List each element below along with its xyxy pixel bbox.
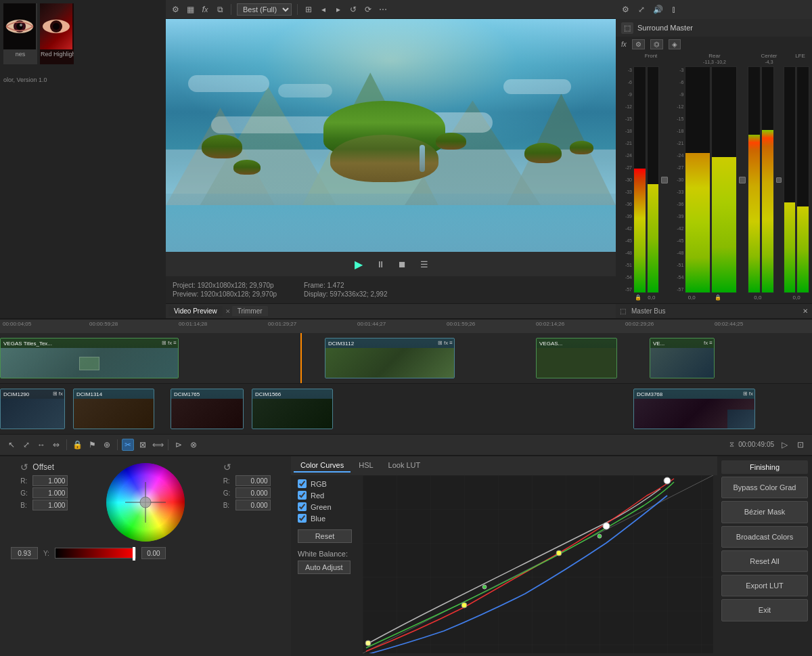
fx-row: fx ⚙ ⏣ ◈	[616, 37, 812, 51]
playhead[interactable]	[300, 333, 302, 383]
clip-dcim1566[interactable]: DCIM1566	[252, 389, 333, 429]
clip-dcim1290[interactable]: DCIM1290 ⊞ fx	[0, 389, 65, 429]
more-icon[interactable]: ⋯	[378, 4, 388, 15]
frame-label: Frame: 1.472	[304, 282, 387, 289]
pause-button[interactable]: ⏸	[374, 257, 388, 271]
reset-all-btn[interactable]: Reset All	[721, 550, 808, 572]
forward-icon[interactable]: ⟳	[363, 4, 374, 15]
clip-1-crop-icon[interactable]: ⊞	[162, 340, 166, 346]
bezier-mask-btn[interactable]: Bézier Mask	[721, 501, 808, 523]
right-r-input[interactable]	[235, 475, 271, 486]
tool-ripple[interactable]: ⤢	[20, 439, 32, 451]
small-island-3	[524, 143, 562, 163]
rear-lock-icon[interactable]: 🔒	[706, 294, 731, 301]
master-bus-close[interactable]: ✕	[803, 307, 808, 315]
clip-2-crop-icon[interactable]: ⊞	[438, 340, 443, 346]
tool-trim[interactable]: ⊠	[137, 439, 149, 451]
tool-more-1[interactable]: ⊳	[173, 439, 185, 451]
clip-2-fx-icon[interactable]: fx	[444, 340, 448, 346]
tab-hsl[interactable]: HSL	[352, 459, 380, 473]
quality-dropdown[interactable]: Best (Full)	[237, 3, 292, 16]
clip-1-eq-icon[interactable]: ≡	[173, 340, 177, 346]
tool-slip[interactable]: ↔	[35, 439, 47, 451]
clip-dcim3768-icon[interactable]: ⊞ fx	[743, 391, 753, 397]
curves-content: RGB Red Green Blue Reset White Balance:	[291, 475, 717, 656]
close-video-preview[interactable]: ✕	[225, 308, 231, 315]
rgb-checkbox[interactable]	[298, 479, 307, 488]
offset-reset-btn[interactable]: ↺	[20, 462, 28, 473]
settings-icon[interactable]: ⚙	[170, 4, 181, 15]
auto-adjust-btn[interactable]: Auto Adjust	[298, 561, 351, 574]
timecode-expand[interactable]: ▷	[778, 439, 790, 451]
next-frame-icon[interactable]: ▸	[333, 4, 344, 15]
layout-icon[interactable]: ▦	[185, 4, 196, 15]
tool-pointer[interactable]: ↖	[5, 439, 18, 451]
offset-g-input[interactable]	[32, 487, 68, 498]
timeline-end[interactable]: ⊡	[794, 439, 807, 451]
audio-gear-btn[interactable]: ⚙	[632, 39, 645, 49]
offset-b-input[interactable]	[32, 500, 68, 510]
tool-snap[interactable]: ⊕	[101, 439, 113, 451]
reset-btn[interactable]: Reset	[298, 529, 352, 543]
red-checkbox[interactable]	[298, 491, 307, 500]
grid-icon[interactable]: ⊞	[303, 4, 314, 15]
green-checkbox[interactable]	[298, 502, 307, 511]
clip-4-eq-icon[interactable]: ≡	[709, 340, 713, 346]
play-button[interactable]: ▶	[351, 257, 366, 271]
clip-4-fx-icon[interactable]: fx	[704, 340, 708, 346]
audio-panel: ⚙ ⤢ 🔊 ⫿ ⬚ Surround Master fx ⚙ ⏣ ◈ Front…	[616, 0, 812, 318]
audio-expand-icon[interactable]: ⤢	[636, 4, 647, 15]
clip-dcim3768[interactable]: DCIM3768 ⊞ fx	[633, 389, 755, 429]
tool-razor[interactable]: ✂	[122, 439, 134, 451]
clip-2-eq-icon[interactable]: ≡	[449, 340, 453, 346]
audio-gear-icon[interactable]: ⚙	[620, 4, 631, 15]
tab-video-preview[interactable]: Video Preview	[168, 306, 223, 316]
export-lut-btn[interactable]: Export LUT	[721, 575, 808, 596]
exit-btn[interactable]: Exit	[721, 599, 808, 621]
right-g-input[interactable]	[235, 487, 271, 498]
blue-checkbox[interactable]	[298, 514, 307, 523]
right-b-input[interactable]	[235, 500, 271, 510]
y-right-input[interactable]	[141, 547, 166, 559]
tool-slide[interactable]: ⇔	[50, 439, 62, 451]
copy-icon[interactable]: ⧉	[215, 4, 225, 15]
clip-1-icons: ⊞ fx ≡	[162, 340, 177, 346]
green-checkbox-label: Green	[311, 503, 332, 511]
tab-look-lut[interactable]: Look LUT	[382, 459, 428, 473]
thumbnail-2[interactable]: Red Highlight	[40, 3, 74, 64]
prev-frame-icon[interactable]: ◂	[318, 4, 329, 15]
bypass-color-grad-btn[interactable]: Bypass Color Grad	[721, 477, 808, 498]
front-lock-icon[interactable]: 🔒	[632, 294, 644, 301]
clip-dcim1290-icon[interactable]: ⊞ fx	[53, 391, 63, 397]
right-reset-btn[interactable]: ↺	[223, 462, 231, 473]
fx-icon[interactable]: fx	[200, 4, 210, 15]
clip-dcim1314[interactable]: DCIM1314	[73, 389, 154, 429]
tool-more-2[interactable]: ⊗	[187, 439, 200, 451]
clip-dcim3112[interactable]: DCIM3112 ⊞ fx ≡	[325, 338, 455, 378]
audio-volume-icon[interactable]: 🔊	[652, 4, 663, 15]
clip-ve[interactable]: VE... fx ≡	[650, 338, 715, 378]
tool-stretch[interactable]: ⟺	[152, 439, 164, 451]
audio-eq-icon[interactable]: ⫿	[669, 4, 679, 15]
broadcast-colors-btn[interactable]: Broadcast Colors	[721, 526, 808, 548]
stop-button[interactable]: ⏹	[396, 257, 409, 271]
tool-lock[interactable]: 🔒	[71, 439, 83, 451]
tool-marker[interactable]: ⚑	[86, 439, 98, 451]
color-wheel[interactable]	[105, 462, 186, 543]
menu-button[interactable]: ☰	[418, 257, 431, 271]
tab-color-curves[interactable]: Color Curves	[294, 459, 351, 473]
lfe-header: LFE	[792, 53, 808, 65]
clip-vegas-2[interactable]: VEGAS...	[536, 338, 617, 378]
clip-dcim1765[interactable]: DCIM1765	[171, 389, 244, 429]
y-slider[interactable]	[55, 548, 136, 559]
y-left-input[interactable]	[11, 547, 38, 559]
clip-1-fx-icon[interactable]: fx	[168, 340, 172, 346]
audio-wave-btn[interactable]: ◈	[669, 39, 681, 49]
tab-trimmer[interactable]: Trimmer	[232, 306, 268, 316]
rewind-icon[interactable]: ↺	[348, 4, 359, 15]
thumbnail-1[interactable]: nes	[3, 3, 37, 64]
channel-headers: Front Rear -11,3 -10,2 Center -4,3 LFE	[618, 53, 809, 65]
offset-r-input[interactable]	[32, 475, 68, 486]
audio-plug-btn[interactable]: ⏣	[650, 39, 663, 49]
clip-vegas-titles[interactable]: VEGAS Titles_Tex... ⊞ fx ≡	[0, 338, 179, 378]
